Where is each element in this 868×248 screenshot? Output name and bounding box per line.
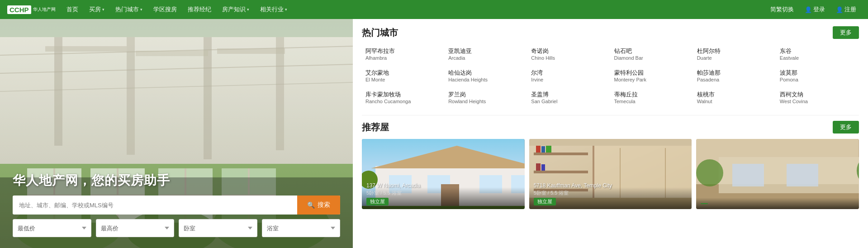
card-3-overlay bbox=[696, 193, 859, 209]
hero-tagline: 华人地产网，您的买房助手 bbox=[13, 172, 340, 189]
svg-rect-56 bbox=[529, 139, 692, 146]
cities-grid: 阿罕布拉市 Alhambra 亚凯迪亚 Arcadia 奇诺岗 Chino Hi… bbox=[362, 45, 859, 106]
city-arcadia[interactable]: 亚凯迪亚 Arcadia bbox=[445, 45, 527, 62]
svg-rect-45 bbox=[534, 171, 588, 173]
card-2-info: 5卧室 / 5.5 浴室 bbox=[534, 190, 688, 196]
recommended-more-btn[interactable]: 更多 bbox=[833, 121, 859, 134]
city-san-gabriel[interactable]: 圣盖博 San Gabriel bbox=[527, 89, 610, 106]
nav-school[interactable]: 学区搜房 bbox=[148, 0, 182, 19]
nav-home[interactable]: 首页 bbox=[61, 0, 84, 19]
card-2-overlay: 5718 Kauffman Ave, Temple City 5卧室 / 5.5… bbox=[529, 178, 692, 209]
city-rowland-heights[interactable]: 罗兰岗 Rowland Heights bbox=[445, 89, 527, 106]
svg-rect-49 bbox=[546, 146, 551, 153]
lang-switch[interactable]: 简繁切换 bbox=[766, 0, 798, 19]
right-panel: 热门城市 更多 阿罕布拉市 Alhambra 亚凯迪亚 Arcadia 奇诺岗 … bbox=[353, 19, 868, 248]
city-el-monte[interactable]: 艾尔蒙地 El Monte bbox=[362, 67, 445, 84]
bathroom-filter[interactable]: 浴室 bbox=[262, 219, 341, 237]
bedroom-filter[interactable]: 卧室 bbox=[179, 219, 257, 237]
hot-cities-title: 热门城市 bbox=[362, 27, 398, 39]
city-west-covina[interactable]: 西柯文纳 West Covina bbox=[776, 89, 859, 106]
city-monterey-park[interactable]: 蒙特利公园 Monterey Park bbox=[611, 67, 693, 84]
nav-agent[interactable]: 推荐经纪 bbox=[182, 0, 217, 19]
logo-box: CCHP bbox=[7, 5, 31, 14]
max-price-filter[interactable]: 最高价 bbox=[96, 219, 175, 237]
nav-right: 简繁切换 👤 登录 👤 注册 bbox=[766, 0, 861, 19]
recommended-title: 推荐屋 bbox=[362, 121, 389, 134]
hot-cities-more-btn[interactable]: 更多 bbox=[833, 26, 859, 39]
recommended-grid: 137 W Naomi, Arcadia 5卧室 / 5.5 浴室 独立屋 bbox=[362, 139, 859, 209]
min-price-filter[interactable]: 最低价 bbox=[13, 219, 91, 237]
section-divider bbox=[362, 115, 859, 115]
navbar: CCHP 华人地产网 首页 买房 ▾ 热门城市 ▾ 学区搜房 推荐经纪 房产知识… bbox=[0, 0, 868, 19]
card-1-overlay: 137 W Naomi, Arcadia 5卧室 / 5.5 浴室 独立屋 bbox=[362, 178, 525, 209]
logo[interactable]: CCHP 华人地产网 bbox=[7, 5, 56, 14]
svg-point-62 bbox=[696, 159, 723, 186]
nav-buy[interactable]: 买房 ▾ bbox=[84, 0, 110, 19]
recommended-header: 推荐屋 更多 bbox=[362, 121, 859, 134]
card-2-address: 5718 Kauffman Ave, Temple City bbox=[534, 182, 688, 189]
knowledge-dropdown-arrow: ▾ bbox=[247, 7, 249, 12]
listing-card-2[interactable]: 5718 Kauffman Ave, Temple City 5卧室 / 5.5… bbox=[529, 139, 692, 209]
card-1-address: 137 W Naomi, Arcadia bbox=[366, 182, 520, 189]
nav-hot-cities[interactable]: 热门城市 ▾ bbox=[110, 0, 148, 19]
city-rancho-cucamonga[interactable]: 库卡蒙加牧场 Rancho Cucamonga bbox=[362, 89, 445, 106]
search-bar: 🔍 搜索 bbox=[13, 196, 340, 215]
city-chino-hills[interactable]: 奇诺岗 Chino Hills bbox=[527, 45, 610, 62]
register-icon: 👤 bbox=[836, 6, 843, 13]
logo-subtext: 华人地产网 bbox=[33, 7, 56, 12]
nav-knowledge[interactable]: 房产知识 ▾ bbox=[217, 0, 255, 19]
nav-industry[interactable]: 相关行业 ▾ bbox=[255, 0, 293, 19]
login-btn[interactable]: 👤 登录 bbox=[800, 0, 830, 19]
login-icon: 👤 bbox=[805, 6, 812, 13]
city-pasadena[interactable]: 帕莎迪那 Pasadena bbox=[693, 67, 776, 84]
city-walnut[interactable]: 核桃市 Walnut bbox=[693, 89, 776, 106]
listing-card-3[interactable] bbox=[696, 139, 859, 209]
search-input[interactable] bbox=[13, 196, 297, 215]
listing-card-1[interactable]: 137 W Naomi, Arcadia 5卧室 / 5.5 浴室 独立屋 bbox=[362, 139, 525, 209]
hero-content: 华人地产网，您的买房助手 🔍 搜索 最低价 最高价 卧室 bbox=[0, 161, 353, 248]
card-2-type: 独立屋 bbox=[534, 198, 556, 205]
search-button[interactable]: 🔍 搜索 bbox=[297, 196, 340, 215]
city-pomona[interactable]: 波莫那 Pomona bbox=[776, 67, 859, 84]
card-1-info: 5卧室 / 5.5 浴室 bbox=[366, 190, 520, 196]
city-temecula[interactable]: 蒂梅丘拉 Temecula bbox=[611, 89, 693, 106]
register-btn[interactable]: 👤 注册 bbox=[831, 0, 861, 19]
city-irvine[interactable]: 尔湾 Irvine bbox=[527, 67, 610, 84]
card-1-type: 独立屋 bbox=[366, 198, 389, 205]
hero-section: 华人地产网，您的买房助手 🔍 搜索 最低价 最高价 卧室 bbox=[0, 19, 353, 248]
nav-items: 首页 买房 ▾ 热门城市 ▾ 学区搜房 推荐经纪 房产知识 ▾ 相关行业 ▾ bbox=[61, 0, 766, 19]
svg-rect-48 bbox=[541, 146, 545, 153]
city-diamond-bar[interactable]: 钻石吧 Diamond Bar bbox=[611, 45, 693, 62]
city-eastvale[interactable]: 东谷 Eastvale bbox=[776, 45, 859, 62]
svg-rect-51 bbox=[541, 164, 545, 171]
svg-rect-44 bbox=[534, 153, 588, 155]
svg-rect-47 bbox=[536, 145, 541, 153]
search-icon: 🔍 bbox=[307, 201, 315, 209]
city-alhambra[interactable]: 阿罕布拉市 Alhambra bbox=[362, 45, 445, 62]
card-3-type bbox=[701, 203, 708, 204]
main-content: 华人地产网，您的买房助手 🔍 搜索 最低价 最高价 卧室 bbox=[0, 19, 868, 248]
hot-cities-dropdown-arrow: ▾ bbox=[140, 7, 142, 12]
hot-cities-header: 热门城市 更多 bbox=[362, 26, 859, 39]
svg-rect-50 bbox=[536, 163, 541, 171]
city-duarte[interactable]: 杜阿尔特 Duarte bbox=[693, 45, 776, 62]
buy-dropdown-arrow: ▾ bbox=[102, 7, 104, 12]
city-hacienda-heights[interactable]: 哈仙达岗 Hacienda Heights bbox=[445, 67, 527, 84]
industry-dropdown-arrow: ▾ bbox=[285, 7, 287, 12]
filter-row: 最低价 最高价 卧室 浴室 bbox=[13, 219, 340, 237]
svg-rect-61 bbox=[787, 164, 818, 186]
svg-rect-60 bbox=[732, 164, 764, 186]
